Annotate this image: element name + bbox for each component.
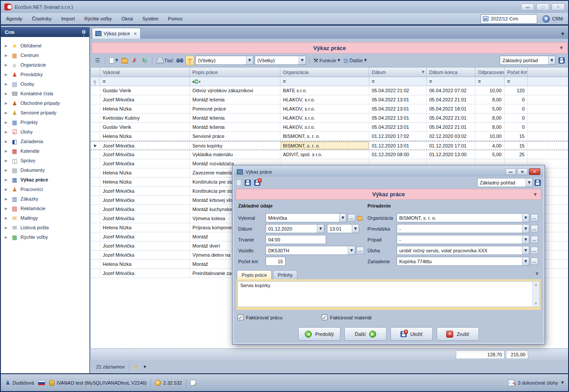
cell-popis[interactable]: Pomocné práce xyxy=(190,104,280,113)
expand-arrow-icon[interactable]: ▶ xyxy=(5,226,10,230)
calculator-check-icon[interactable] xyxy=(190,380,196,385)
sidebar-item-6[interactable]: ▶♟Obchodné prípady xyxy=(1,98,89,108)
cell-odprac[interactable]: 5,00 xyxy=(475,104,505,113)
tab-prilohy[interactable]: Prílohy xyxy=(273,270,297,279)
period-field[interactable]: 2022/12 Crm xyxy=(481,14,537,23)
chevron-down-icon[interactable]: ▼ xyxy=(143,365,146,369)
popis-textarea[interactable]: Servis kopírky ▲▼ xyxy=(237,281,540,307)
cell-popis[interactable]: Servis kopírky xyxy=(190,141,280,150)
expand-arrow-icon[interactable]: ▶ xyxy=(5,207,10,211)
column-header-odprac[interactable]: Odpracovan... xyxy=(475,67,505,77)
banner-caret-icon[interactable]: ▼ xyxy=(534,192,537,197)
table-row[interactable]: Jozef MrkvičkaVykládka materiáluADIVIT, … xyxy=(91,150,568,159)
fakturovat-pracu-checkbox[interactable]: ✓ Faktúrovať prácu xyxy=(238,315,322,320)
expand-arrow-icon[interactable]: ▶ xyxy=(5,149,10,153)
cell-odprac[interactable]: 10,00 xyxy=(475,132,505,141)
filter-cell-vykonal[interactable]: = xyxy=(100,77,190,86)
expand-arrow-icon[interactable]: ▶ xyxy=(5,130,10,134)
expand-arrow-icon[interactable]: ▶ xyxy=(5,235,10,239)
save-close-icon[interactable]: ✕ xyxy=(254,180,260,186)
menu-item-1[interactable]: Číselníky xyxy=(32,16,51,21)
cell-datum_konca[interactable]: 06.04.2022 07:02 xyxy=(427,86,475,95)
prevadzka-combo[interactable]: -▼ xyxy=(397,224,529,233)
sidebar-item-5[interactable]: ▶☎Kontaktné čísla xyxy=(1,89,89,98)
cell-vykonal[interactable]: Jozef Mrkvička xyxy=(100,196,190,204)
sidebar-item-4[interactable]: ▶▤Osoby xyxy=(1,79,89,89)
cell-vykonal[interactable]: Jozef Mrkvička xyxy=(100,95,190,104)
column-header-popis[interactable]: Popis práce xyxy=(190,67,280,77)
cell-vykonal[interactable]: Kvetoslav Kubíny xyxy=(100,114,190,122)
cell-km[interactable]: 0 xyxy=(505,123,528,131)
predosly-button[interactable]: ◀ Predošlý xyxy=(298,327,340,341)
cell-datum[interactable]: 05.04.2022 13:01 xyxy=(369,123,427,131)
chevron-down-icon[interactable]: ▼ xyxy=(535,271,539,276)
menu-item-6[interactable]: Pomoc xyxy=(168,16,183,21)
save-view-icon[interactable] xyxy=(535,180,541,186)
cell-datum[interactable]: 01.12.2020 13:01 xyxy=(369,141,427,150)
cell-odprac[interactable]: 5,00 xyxy=(475,150,505,159)
cell-km[interactable]: 120 xyxy=(505,86,528,95)
sidebar-item-10[interactable]: ▶◧Zariadenia xyxy=(1,137,89,146)
cell-datum_konca[interactable]: 05.04.2022 21:01 xyxy=(427,114,475,122)
table-row[interactable]: Helena NízkaPomocné práceHLAKOV, s.r.o.0… xyxy=(91,104,568,114)
cell-datum[interactable]: 05.04.2022 13:01 xyxy=(369,114,427,122)
cell-odprac[interactable]: 8,00 xyxy=(475,95,505,104)
cell-datum_konca[interactable]: 05.04.2022 18:01 xyxy=(427,104,475,113)
cell-org[interactable]: HLAKOV, s.r.o. xyxy=(280,95,369,104)
filter-cell-datum_konca[interactable]: = xyxy=(427,77,475,86)
crm-selector[interactable]: ▼ CRM xyxy=(542,15,563,23)
zariadenie-lookup-button[interactable]: … xyxy=(531,258,538,265)
cell-datum[interactable]: 05.04.2022 21:02 xyxy=(369,86,427,95)
cell-vykonal[interactable]: Gustáv Vierik xyxy=(100,123,190,131)
tab-close-icon[interactable]: ✕ xyxy=(134,31,137,36)
cell-vykonal[interactable]: Jozef Mrkvička xyxy=(100,159,190,168)
filter-combo-1[interactable]: (Všetky)▼ xyxy=(195,56,253,65)
expand-arrow-icon[interactable]: ▶ xyxy=(5,44,10,48)
vozidlo-lookup-button[interactable]: … xyxy=(357,247,364,254)
pripad-lookup-button[interactable]: … xyxy=(531,236,538,243)
refresh-button[interactable]: ↻ xyxy=(140,56,149,65)
filter-button[interactable] xyxy=(185,56,194,65)
dialog-view-combo[interactable]: Základný pohľad▼ xyxy=(477,178,533,187)
sidebar-item-2[interactable]: ▶⌂Organizácie xyxy=(1,60,89,70)
save-icon[interactable] xyxy=(245,180,251,186)
cell-datum_konca[interactable]: 05.04.2022 21:01 xyxy=(427,95,475,104)
cell-vykonal[interactable]: Jozef Mrkvička xyxy=(100,251,190,259)
expand-arrow-icon[interactable]: ▶ xyxy=(5,197,10,201)
expand-arrow-icon[interactable]: ▶ xyxy=(5,159,10,163)
pin-icon[interactable] xyxy=(82,30,85,34)
cell-datum[interactable]: 05.04.2022 13:01 xyxy=(369,104,427,113)
status-database[interactable]: IVANAD test (MySQL/IVANADtest, V2246) xyxy=(49,380,147,386)
tab-list-caret-icon[interactable]: ▼ xyxy=(561,32,564,36)
cell-vykonal[interactable]: Gustáv Vierik xyxy=(100,86,190,95)
datum-picker[interactable]: 01.12.2020▼ xyxy=(266,224,324,233)
cell-km[interactable]: 15 xyxy=(505,132,528,141)
sidebar-item-20[interactable]: ▶▦Rýchle voľby xyxy=(1,232,89,242)
cell-vykonal[interactable]: Helena Nízka xyxy=(100,260,190,268)
table-row[interactable]: Kvetoslav KubínyMontáž lešeniaHLAKOV, s.… xyxy=(91,114,568,123)
cell-datum_konca[interactable]: 02.12.2020 03:02 xyxy=(427,132,475,141)
cell-odprac[interactable]: 10,00 xyxy=(475,86,505,95)
sidebar-item-15[interactable]: ▶♟Pracovníci xyxy=(1,184,89,194)
cell-org[interactable]: BATE s.r.o. xyxy=(280,86,369,95)
cell-vykonal[interactable]: Jozef Mrkvička xyxy=(100,232,190,241)
expand-arrow-icon[interactable]: ▶ xyxy=(5,101,10,105)
new-record-button[interactable]: ▼ xyxy=(108,56,119,65)
organizacia-combo[interactable]: BISMONT, s. r. o.▼ xyxy=(397,213,529,222)
filter-cell-org[interactable]: = xyxy=(280,77,369,86)
expand-arrow-icon[interactable]: ▶ xyxy=(5,121,10,124)
expand-arrow-icon[interactable]: ▶ xyxy=(5,73,10,77)
cell-popis[interactable]: Vykládka materiálu xyxy=(190,150,280,159)
sidebar-item-9[interactable]: ▶☑Úlohy xyxy=(1,127,89,137)
cell-org[interactable]: BISMONT, s. r. o. xyxy=(280,132,369,141)
column-header-km[interactable]: Počet Km xyxy=(505,67,528,77)
zrusit-button[interactable]: ✕ Zrušiť xyxy=(437,327,479,341)
dialog-close-button[interactable]: ✕ xyxy=(529,168,540,175)
cell-org[interactable]: HLAKOV, s.r.o. xyxy=(280,123,369,131)
sidebar-item-12[interactable]: ▶◫Správy xyxy=(1,156,89,165)
funkcie-dropdown[interactable]: ⚒Funkcie▼ xyxy=(313,56,341,65)
delete-record-button[interactable]: ✗ xyxy=(130,56,139,65)
funnel-icon[interactable] xyxy=(134,365,139,368)
menu-item-4[interactable]: Okná xyxy=(121,16,133,21)
expand-arrow-icon[interactable]: ▶ xyxy=(5,178,10,182)
